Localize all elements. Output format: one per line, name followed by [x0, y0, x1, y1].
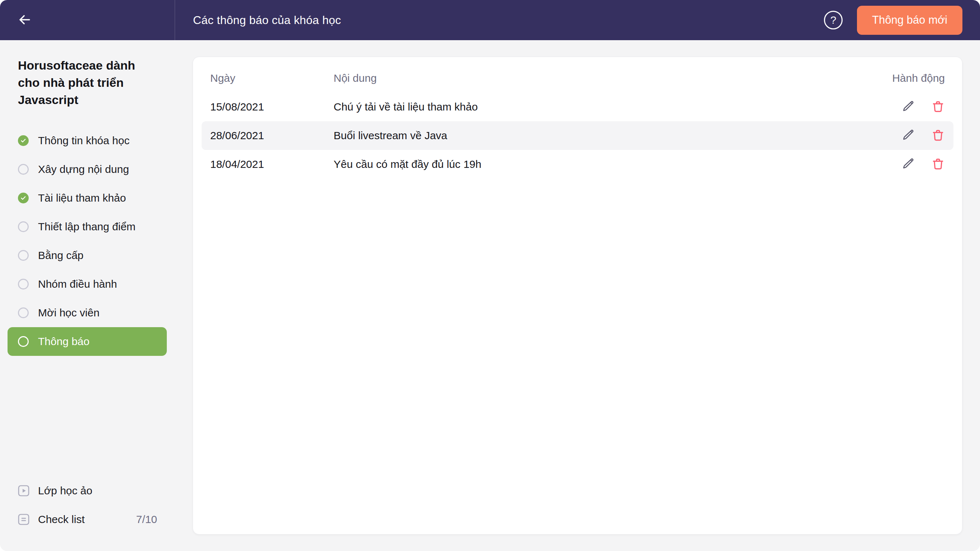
- new-announcement-button[interactable]: Thông báo mới: [857, 6, 963, 35]
- sidebar-footer: Lớp học ảo Check list 7/10: [0, 476, 175, 534]
- course-nav: Thông tin khóa học Xây dựng nội dung Tài…: [0, 126, 175, 356]
- edit-button[interactable]: [901, 158, 915, 171]
- table-header: Ngày Nội dung Hành động: [202, 57, 953, 92]
- announcement-content: Yêu cầu có mặt đầy đủ lúc 19h: [334, 158, 901, 170]
- checklist-icon: [18, 514, 29, 525]
- back-button[interactable]: [16, 11, 34, 29]
- announcements-panel: Ngày Nội dung Hành động 15/08/2021 Chú ý…: [192, 57, 963, 535]
- table-row[interactable]: 18/04/2021 Yêu cầu có mặt đầy đủ lúc 19h: [202, 150, 953, 178]
- pencil-icon: [901, 100, 915, 115]
- sidebar-item-label: Check list: [38, 513, 85, 526]
- course-title: Horusoftaceae dành cho nhà phát triển Ja…: [18, 57, 160, 108]
- sidebar-item-label: Thông tin khóa học: [38, 135, 129, 147]
- pencil-icon: [901, 157, 915, 172]
- sidebar-item-announcements[interactable]: Thông báo: [8, 327, 167, 356]
- check-circle-icon: [18, 135, 29, 146]
- delete-button[interactable]: [931, 158, 945, 171]
- announcement-date: 15/08/2021: [210, 101, 334, 113]
- sidebar-item-course-info[interactable]: Thông tin khóa học: [0, 126, 175, 155]
- check-circle-icon: [18, 193, 29, 204]
- sidebar-item-label: Thông báo: [38, 335, 89, 347]
- sidebar-item-label: Lớp học ảo: [38, 485, 92, 497]
- help-button[interactable]: ?: [824, 11, 843, 29]
- column-header-actions: Hành động: [892, 72, 945, 84]
- announcement-content: Chú ý tải về tài liệu tham khảo: [334, 101, 901, 113]
- sidebar-item-checklist[interactable]: Check list 7/10: [0, 505, 175, 534]
- trash-icon: [931, 100, 945, 115]
- topbar-left: [0, 0, 175, 40]
- trash-icon: [931, 128, 945, 143]
- empty-circle-icon: [18, 221, 29, 232]
- trash-icon: [931, 157, 945, 172]
- empty-circle-icon: [18, 307, 29, 318]
- announcement-date: 18/04/2021: [210, 158, 334, 170]
- checklist-progress: 7/10: [136, 513, 157, 526]
- table-row[interactable]: 15/08/2021 Chú ý tải về tài liệu tham kh…: [202, 92, 953, 121]
- sidebar-item-label: Xây dựng nội dung: [38, 163, 129, 175]
- sidebar-item-label: Tài liệu tham khảo: [38, 192, 126, 204]
- topbar: Các thông báo của khóa học ? Thông báo m…: [0, 0, 980, 40]
- empty-circle-icon: [18, 336, 29, 347]
- sidebar-item-virtual-classroom[interactable]: Lớp học ảo: [0, 476, 175, 505]
- delete-button[interactable]: [931, 129, 945, 142]
- edit-button[interactable]: [901, 100, 915, 114]
- page-title: Các thông báo của khóa học: [193, 14, 341, 27]
- topbar-actions: ? Thông báo mới: [824, 6, 980, 35]
- sidebar-item-label: Mời học viên: [38, 307, 99, 319]
- column-header-date: Ngày: [210, 72, 334, 84]
- arrow-left-icon: [17, 12, 33, 29]
- sidebar-item-grading-scale[interactable]: Thiết lập thang điểm: [0, 212, 175, 241]
- sidebar-item-management-group[interactable]: Nhóm điều hành: [0, 270, 175, 298]
- sidebar-item-label: Nhóm điều hành: [38, 278, 117, 290]
- topbar-divider: [175, 0, 175, 40]
- app-window: Các thông báo của khóa học ? Thông báo m…: [0, 0, 980, 551]
- row-actions: [901, 100, 945, 114]
- edit-button[interactable]: [901, 129, 915, 142]
- sidebar-item-certificates[interactable]: Bằng cấp: [0, 241, 175, 270]
- sidebar-item-label: Thiết lập thang điểm: [38, 221, 135, 233]
- sidebar-item-invite-students[interactable]: Mời học viên: [0, 298, 175, 327]
- sidebar-item-label: Bằng cấp: [38, 249, 84, 261]
- empty-circle-icon: [18, 279, 29, 290]
- announcement-content: Buổi livestream về Java: [334, 129, 901, 142]
- announcement-date: 28/06/2021: [210, 129, 334, 142]
- question-mark-icon: ?: [830, 15, 837, 25]
- sidebar-item-content[interactable]: Xây dựng nội dung: [0, 155, 175, 184]
- table-row[interactable]: 28/06/2021 Buổi livestream về Java: [202, 121, 953, 150]
- sidebar: Horusoftaceae dành cho nhà phát triển Ja…: [0, 40, 175, 551]
- play-square-icon: [18, 485, 29, 497]
- empty-circle-icon: [18, 250, 29, 261]
- empty-circle-icon: [18, 164, 29, 175]
- row-actions: [901, 129, 945, 142]
- delete-button[interactable]: [931, 100, 945, 114]
- pencil-icon: [901, 128, 915, 143]
- row-actions: [901, 158, 945, 171]
- sidebar-item-references[interactable]: Tài liệu tham khảo: [0, 184, 175, 212]
- column-header-content: Nội dung: [334, 72, 892, 84]
